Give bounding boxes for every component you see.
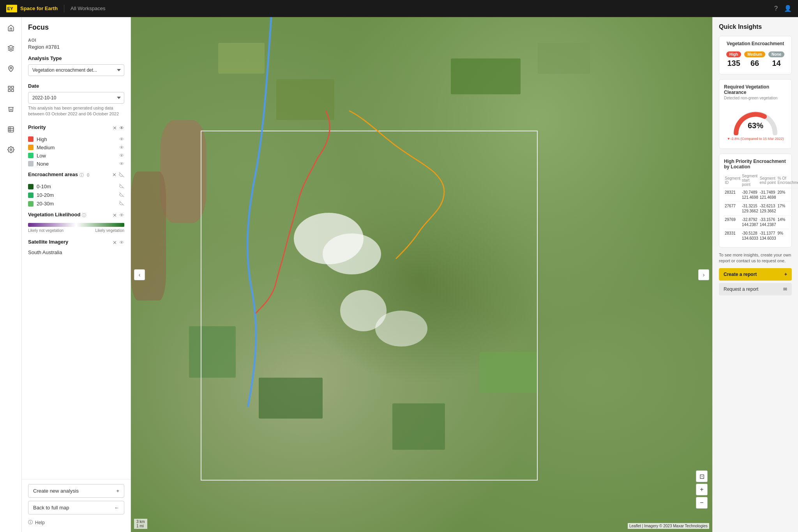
row-end-29769: -33.1576 144.2387 (759, 216, 777, 229)
satellite-value: South Australia (28, 249, 124, 255)
row-id-28321[interactable]: 28321 (724, 188, 741, 202)
row-end-28321: -31.7489 121.4698 (759, 188, 777, 202)
map-field-7 (392, 403, 445, 450)
priority-title: Priority (28, 124, 46, 130)
priority-visibility-btn[interactable]: 👁 (119, 125, 124, 131)
encroach-vis-10-20[interactable] (119, 192, 124, 198)
encroach-dot-10-20 (28, 193, 34, 198)
svg-text:63%: 63% (747, 121, 763, 130)
row-id-27677[interactable]: 27677 (724, 202, 741, 216)
priority-label-high: High (37, 136, 47, 142)
map-arrow-left[interactable]: ‹ (134, 269, 145, 280)
veg-visibility-btn[interactable]: 👁 (119, 212, 124, 218)
sidebar-chart-btn[interactable] (5, 83, 17, 95)
priority-visibility-low[interactable]: 👁 (119, 153, 124, 159)
encroach-dot-20-30 (28, 201, 34, 207)
create-report-label: Create a report (724, 272, 757, 277)
help-link[interactable]: ⓘ Help (28, 518, 124, 527)
high-badge: High (726, 51, 741, 57)
encroach-vis-0-10[interactable] (119, 184, 124, 190)
priority-visibility-none[interactable]: 👁 (119, 161, 124, 167)
create-report-button[interactable]: Create a report + (719, 268, 792, 281)
request-report-button[interactable]: Request a report ✉ (719, 283, 792, 295)
map-field-6 (259, 378, 323, 419)
satellite-header: Satellite Imagery ✕ 👁 (28, 237, 124, 248)
create-analysis-button[interactable]: Create new analysis + (28, 484, 124, 498)
analysis-type-dropdown[interactable]: Vegetation encroachment det... (28, 64, 124, 76)
encroach-item-10-20: 10-20m (28, 192, 124, 198)
gauge-change-label: ▼-2.8% (Compared to 15 Mar 2022) (724, 137, 787, 141)
request-report-mail-icon: ✉ (783, 286, 787, 292)
insights-panel: Quick Insights Vegetation Encroachment H… (712, 17, 798, 532)
date-dropdown[interactable]: 2022-10-10 (28, 92, 124, 104)
table-row-27677: 27677 -31.3215 129.3662 -32.6213 129.366… (724, 202, 798, 216)
row-pct-28321: 20% (777, 188, 798, 202)
veg-stats: High 135 Medium 66 None 14 (724, 50, 787, 68)
help-label: Help (35, 520, 45, 525)
gauge-container: 63% ▼-2.8% (Compared to 15 Mar 2022) (724, 104, 787, 141)
col-segment-id: Segment ID (724, 173, 741, 188)
veg-label-right: Likely vegetation (95, 228, 125, 233)
sidebar-settings-btn[interactable] (5, 143, 17, 156)
date-label: Date (28, 83, 124, 89)
priority-actions: ✕ 👁 (113, 125, 124, 131)
priority-item-none: None 👁 (28, 161, 124, 167)
col-start: Segment start point (741, 173, 759, 188)
main-layout: Focus AOI Region #3781 Analysis Type Veg… (0, 17, 798, 532)
sidebar-trash-btn[interactable] (5, 103, 17, 115)
map-field-4 (538, 43, 590, 74)
row-id-28331[interactable]: 28331 (724, 229, 741, 243)
row-end-28331: -31.1377 134.6033 (759, 229, 777, 243)
map-scale: 3 km 1 mi (134, 519, 147, 529)
map-zoom-in-btn[interactable]: + (696, 484, 708, 495)
encroach-item-0-10: 0-10m (28, 184, 124, 190)
sidebar-table-btn[interactable] (5, 123, 17, 136)
clearance-card: Required Vegetation Clearance Detected n… (719, 79, 792, 149)
back-arrow-icon: ← (114, 505, 119, 511)
encroach-visibility-btn[interactable] (119, 172, 124, 179)
map-field-2 (276, 79, 334, 120)
priority-dot-high (28, 136, 34, 142)
priority-dot-low (28, 153, 34, 158)
encroach-dot-0-10 (28, 184, 34, 189)
none-badge: None (768, 51, 784, 57)
priority-reset-btn[interactable]: ✕ (113, 125, 117, 131)
priority-item-high: High 👁 (28, 136, 124, 142)
workspace-link[interactable]: All Workspaces (71, 5, 105, 11)
veg-reset-btn[interactable]: ✕ (113, 212, 117, 218)
app-logo[interactable]: EY Space for Earth (6, 5, 58, 12)
satellite-visibility-btn[interactable]: 👁 (119, 240, 124, 246)
row-id-29769[interactable]: 29769 (724, 216, 741, 229)
row-start-29769: -32.8792 144.2387 (741, 216, 759, 229)
priority-visibility-high[interactable]: 👁 (119, 136, 124, 142)
col-end: Segment end point (759, 173, 777, 188)
sidebar-location-btn[interactable] (5, 62, 17, 75)
encroach-reset-btn[interactable]: ✕ (112, 172, 117, 179)
map-attribution: Leaflet | Imagery © 2023 Maxar Technolog… (628, 523, 709, 529)
sidebar-home-btn[interactable] (5, 22, 17, 34)
ey-logo-icon: EY (6, 5, 17, 12)
priority-item-low: Low 👁 (28, 153, 124, 159)
priority-dot-medium (28, 145, 34, 150)
satellite-reset-btn[interactable]: ✕ (113, 240, 117, 246)
back-full-map-button[interactable]: Back to full map ← (28, 501, 124, 514)
medium-count: 66 (744, 59, 765, 68)
encroach-vis-20-30[interactable] (119, 201, 124, 207)
map-area[interactable]: ‹ › ⊡ + − 3 km 1 mi Leaflet | Imagery © … (131, 17, 712, 532)
priority-visibility-medium[interactable]: 👁 (119, 145, 124, 150)
priority-item-medium: Medium 👁 (28, 145, 124, 150)
map-measure-btn[interactable]: ⊡ (696, 470, 708, 482)
help-icon[interactable]: ? (774, 5, 778, 12)
map-zoom-out-btn[interactable]: − (696, 497, 708, 509)
focus-panel: Focus AOI Region #3781 Analysis Type Veg… (22, 17, 131, 532)
map-arrow-right[interactable]: › (698, 269, 709, 280)
row-end-27677: -32.6213 129.3662 (759, 202, 777, 216)
row-pct-29769: 14% (777, 216, 798, 229)
analysis-type-label: Analysis Type (28, 55, 124, 61)
high-count: 135 (726, 59, 741, 68)
map-field-8 (480, 352, 538, 393)
create-report-plus-icon: + (784, 272, 787, 277)
medium-badge: Medium (744, 51, 765, 57)
user-icon[interactable]: 👤 (784, 5, 792, 12)
sidebar-layers-btn[interactable] (5, 42, 17, 55)
